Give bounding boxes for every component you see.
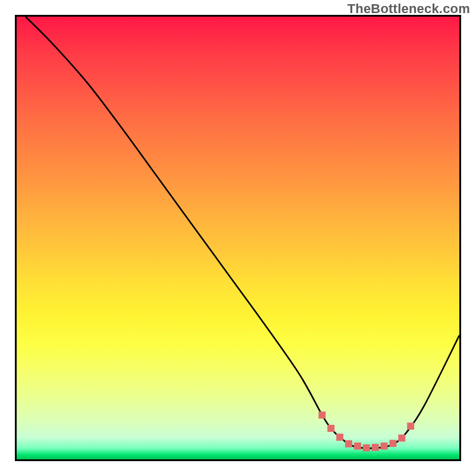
black-curve (26, 17, 459, 448)
pink-marker (318, 412, 325, 419)
pink-marker (327, 425, 334, 432)
pink-marker (381, 443, 388, 450)
pink-marker (354, 443, 361, 450)
chart-frame: TheBottleneck.com (0, 0, 476, 476)
chart-svg (17, 17, 459, 459)
pink-marker (407, 422, 414, 430)
pink-marker (389, 440, 396, 447)
pink-marker (363, 444, 370, 452)
pink-marker (398, 434, 405, 441)
pink-marker (336, 434, 343, 441)
pink-marker (372, 444, 379, 451)
plot-area (15, 15, 461, 461)
pink-marker (345, 440, 352, 447)
pink-markers (318, 412, 414, 452)
